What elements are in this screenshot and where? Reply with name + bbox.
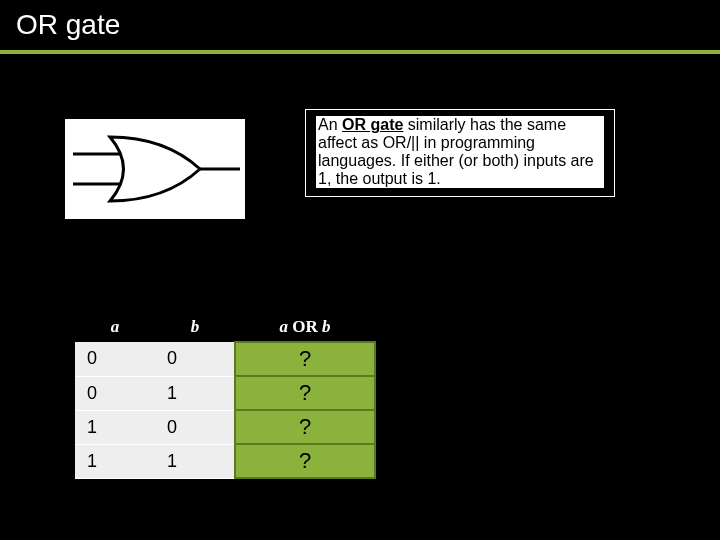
title-bar: OR gate [0, 0, 720, 50]
table-row: 0 0 ? [75, 342, 375, 376]
cell-result: ? [235, 376, 375, 410]
table-row: 0 1 ? [75, 376, 375, 410]
or-gate-icon [65, 119, 245, 219]
cell-a: 1 [75, 444, 155, 478]
cell-b: 0 [155, 410, 235, 444]
cell-result: ? [235, 444, 375, 478]
col-header-b: b [155, 312, 235, 342]
description-box: An OR gate similarly has the same affect… [305, 109, 615, 197]
cell-b: 1 [155, 444, 235, 478]
description-text: An OR gate similarly has the same affect… [316, 116, 604, 188]
truth-table: a b a OR b 0 0 ? 0 1 ? 1 0 ? 1 [75, 312, 376, 479]
cell-a: 0 [75, 376, 155, 410]
cell-b: 1 [155, 376, 235, 410]
table-header-row: a b a OR b [75, 312, 375, 342]
desc-term: OR gate [342, 116, 403, 133]
cell-b: 0 [155, 342, 235, 376]
col-header-result: a OR b [235, 312, 375, 342]
col-header-a: a [75, 312, 155, 342]
table-row: 1 1 ? [75, 444, 375, 478]
cell-result: ? [235, 342, 375, 376]
slide-content: An OR gate similarly has the same affect… [0, 54, 720, 540]
desc-prefix: An [318, 116, 342, 133]
cell-a: 1 [75, 410, 155, 444]
cell-a: 0 [75, 342, 155, 376]
cell-result: ? [235, 410, 375, 444]
page-title: OR gate [16, 9, 120, 41]
table-row: 1 0 ? [75, 410, 375, 444]
